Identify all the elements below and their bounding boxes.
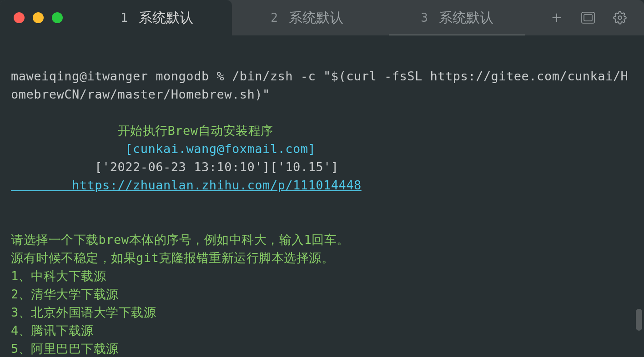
title-actions — [550, 0, 644, 35]
panels-icon[interactable] — [581, 12, 595, 24]
tab-title: 系统默认 — [139, 9, 193, 27]
tab-number: 1 — [121, 11, 128, 25]
svg-rect-2 — [582, 12, 594, 23]
installer-note: 源有时候不稳定，如果git克隆报错重新运行脚本选择源。 — [11, 251, 334, 265]
tab-3[interactable]: 3 系统默认 — [382, 0, 532, 35]
installer-question: 请选择一个下载brew本体的序号，例如中科大，输入1回车。 — [11, 233, 349, 247]
svg-point-4 — [618, 16, 622, 20]
minimize-button[interactable] — [33, 12, 44, 23]
source-option-1: 1、中科大下载源 — [11, 269, 106, 283]
tab-title: 系统默认 — [439, 9, 493, 27]
installer-link: https://zhuanlan.zhihu.com/p/111014448 — [11, 178, 362, 192]
tab-2[interactable]: 2 系统默认 — [232, 0, 382, 35]
source-option-4: 4、腾讯下载源 — [11, 323, 94, 337]
source-option-5: 5、阿里巴巴下载源 — [11, 342, 119, 356]
installer-email: [cunkai.wang@foxmail.com] — [11, 142, 316, 156]
new-tab-button[interactable] — [550, 11, 563, 24]
tab-title: 系统默认 — [289, 9, 343, 27]
installer-header: 开始执行Brew自动安装程序 — [11, 124, 273, 138]
title-bar: 1 系统默认 2 系统默认 3 系统默认 — [0, 0, 644, 35]
close-button[interactable] — [14, 12, 25, 23]
tab-1[interactable]: 1 系统默认 — [82, 0, 232, 35]
traffic-lights — [0, 0, 82, 35]
maximize-button[interactable] — [52, 12, 63, 23]
scrollbar[interactable] — [636, 309, 642, 331]
svg-rect-3 — [584, 15, 592, 21]
terminal-output[interactable]: maweiqing@itwanger mongodb % /bin/zsh -c… — [0, 35, 644, 357]
tabs: 1 系统默认 2 系统默认 3 系统默认 — [82, 0, 550, 35]
source-option-2: 2、清华大学下载源 — [11, 287, 119, 301]
tab-number: 2 — [271, 11, 278, 25]
installer-timestamp: ['2022-06-23 13:10:10']['10.15'] — [11, 160, 338, 174]
source-option-3: 3、北京外国语大学下载源 — [11, 305, 156, 319]
settings-icon[interactable] — [613, 11, 627, 25]
terminal-prompt-line: maweiqing@itwanger mongodb % /bin/zsh -c… — [11, 69, 628, 101]
tab-number: 3 — [421, 11, 428, 25]
